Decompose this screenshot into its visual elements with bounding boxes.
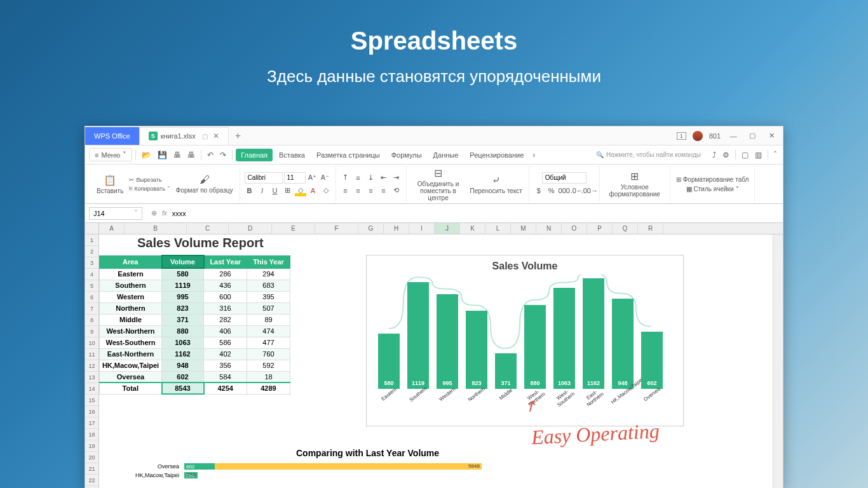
open-icon[interactable]: 📂 [139,149,154,161]
table-row[interactable]: West-Southern1063586477 [100,337,290,348]
column-header[interactable]: L [485,223,511,234]
data-table[interactable]: AreaVolumeLast YearThis YearEastern58028… [99,255,290,395]
row-header[interactable]: 20 [85,452,98,463]
row-header[interactable]: 7 [85,303,98,315]
cell-style-button[interactable]: ▦ Стиль ячейки ˅ [684,185,741,193]
undo-icon[interactable]: ↶ [205,149,216,161]
table-row[interactable]: Oversea60258418 [100,371,290,383]
row-header[interactable]: 21 [85,463,98,475]
justify-icon[interactable]: ≡ [378,185,390,196]
fill-color-button[interactable]: ◇ [295,185,306,196]
app-tab[interactable]: WPS Office [85,127,139,145]
save-icon[interactable]: 💾 [155,149,170,161]
orientation-icon[interactable]: ⟲ [391,185,402,196]
format-painter-button[interactable]: 🖌 Формат по образцу [173,173,236,195]
comma-icon[interactable]: 000 [559,185,570,196]
column-header[interactable]: Q [613,223,638,234]
row-header[interactable]: 2 [85,246,98,257]
font-size-select[interactable] [284,172,306,184]
tab-layout[interactable]: Разметка страницы [311,149,385,161]
column-header[interactable]: D [229,223,272,234]
currency-icon[interactable]: $ [533,185,545,196]
indent-right-icon[interactable]: ⇥ [391,172,402,184]
percent-icon[interactable]: % [546,185,557,196]
print-preview-icon[interactable]: 🖶 [185,149,198,161]
tab-maximize-icon[interactable]: ▢ [202,133,208,140]
table-row[interactable]: Northern823316507 [100,302,290,314]
column-header[interactable]: M [511,223,536,234]
format-table-button[interactable]: ⊞ Форматирование табл [674,175,751,184]
row-header[interactable]: 15 [85,395,98,406]
wrap-text-button[interactable]: ⤶ Переносить текст [468,173,525,196]
column-header[interactable]: O [562,223,587,234]
italic-button[interactable]: I [257,185,268,196]
vertical-scrollbar[interactable] [773,234,783,488]
column-header[interactable]: A [99,223,125,234]
paste-button[interactable]: 📋 Вставить [94,173,126,196]
align-top-icon[interactable]: ⤒ [340,172,351,184]
chart-bar[interactable]: 948 [612,299,634,389]
tab-data[interactable]: Данные [428,149,464,161]
tab-review[interactable]: Рецензирование [465,149,529,161]
formula-input[interactable]: xxxx [172,210,186,217]
row-header[interactable]: 4 [85,269,98,280]
cut-button[interactable]: ✂ Вырезать [127,176,172,184]
column-header[interactable]: K [460,223,485,234]
row-header[interactable]: 10 [85,337,98,349]
column-header[interactable]: R [638,223,663,234]
conditional-formatting-button[interactable]: ⊞ Условное форматирование [604,169,666,199]
collapse-ribbon-icon[interactable]: ˆ [771,149,779,161]
row-header[interactable]: 12 [85,360,98,372]
badge-count[interactable]: 1 [677,132,686,140]
column-header[interactable]: C [187,223,229,234]
column-header[interactable]: B [125,223,187,234]
number-format-select[interactable] [542,172,587,184]
column-header[interactable]: E [272,223,315,234]
row-header[interactable]: 17 [85,417,98,429]
close-button[interactable]: ✕ [765,132,778,140]
align-bottom-icon[interactable]: ⤓ [365,172,377,184]
column-header[interactable]: I [409,223,435,234]
chart-bar[interactable]: 1162 [583,278,604,389]
row-header[interactable]: 19 [85,440,98,452]
column-header[interactable]: N [536,223,562,234]
font-color-button[interactable]: A [308,185,319,196]
table-row[interactable]: West-Northern880406474 [100,325,290,337]
increase-decimal-icon[interactable]: .00→ [584,185,595,196]
table-row[interactable]: Middle37128289 [100,314,290,325]
column-header[interactable]: G [358,223,384,234]
row-header[interactable]: 14 [85,383,98,395]
chart-bar[interactable]: 880 [524,305,546,389]
name-box[interactable]: J14 ˅ [89,207,142,220]
row-header[interactable]: 16 [85,406,98,417]
copy-button[interactable]: ⎘ Копировать ˅ [127,185,172,193]
command-search[interactable]: 🔍 Нажмите, чтобы найти команды [596,151,701,158]
column-header[interactable]: P [587,223,613,234]
row-header[interactable]: 9 [85,326,98,337]
share-icon[interactable]: ⤴ [710,149,719,161]
row-header[interactable]: 11 [85,349,98,360]
chart-bar[interactable]: 1063 [553,288,575,389]
row-header[interactable]: 5 [85,280,98,292]
split-icon[interactable]: ▥ [752,149,764,161]
row-header[interactable]: 8 [85,315,98,326]
compare-chart[interactable]: Oversea6025848HK,Macow,Taipei258258 [125,462,482,480]
maximize-button[interactable]: ▢ [746,132,759,140]
indent-left-icon[interactable]: ⇤ [378,172,390,184]
border-button[interactable]: ⊞ [282,185,294,196]
tab-formulas[interactable]: Формулы [386,149,427,161]
increase-font-icon[interactable]: A⁺ [307,172,318,184]
table-row[interactable]: East-Northern1162402760 [100,348,290,360]
row-header[interactable]: 6 [85,292,98,303]
underline-button[interactable]: U [269,185,281,196]
table-row[interactable]: HK,Macow,Taipei948356592 [100,360,290,371]
tab-insert[interactable]: Вставка [274,149,310,161]
chart-bar[interactable]: 580 [378,334,400,389]
tab-home[interactable]: Главная [236,149,273,161]
chart-bar[interactable]: 371 [495,353,517,389]
row-header[interactable]: 13 [85,372,98,383]
row-header[interactable]: 1 [85,234,98,246]
chart-bar[interactable]: 823 [466,311,487,389]
table-row[interactable]: Southern1119436683 [100,280,290,291]
spreadsheet-grid[interactable]: ABCDEFGHIJKLMNOPQR 123456789101112131415… [85,223,783,488]
